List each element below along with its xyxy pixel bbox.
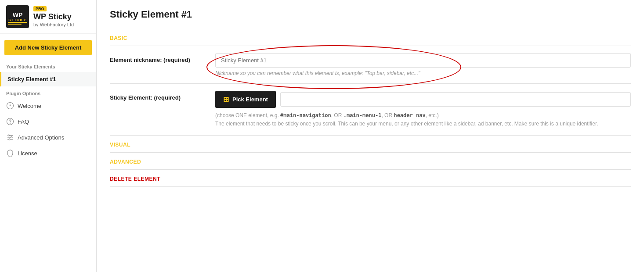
- logo-line-2: [8, 24, 22, 25]
- sliders-icon: [6, 133, 14, 141]
- svg-point-10: [9, 139, 10, 140]
- logo-line-1: [8, 22, 27, 23]
- advanced-options-label: Advanced Options: [18, 134, 64, 141]
- logo-area: WPSTICKY PRO WP Sticky by WebFactory Ltd: [0, 0, 96, 34]
- nickname-control: Nickname so you can remember what this e…: [215, 53, 631, 76]
- your-elements-label: Your Sticky Elements: [0, 61, 96, 72]
- nickname-row: Element nickname: (required) Nickname so…: [110, 46, 631, 83]
- pro-badge: PRO: [33, 6, 47, 11]
- plugin-options-label: Plugin Options: [0, 86, 96, 98]
- page-title: Sticky Element #1: [110, 9, 631, 20]
- hint-line-1: (choose ONE element, e.g. #main-navigati…: [215, 112, 439, 118]
- sidebar-item-advanced-options[interactable]: Advanced Options: [0, 129, 96, 145]
- svg-point-8: [8, 135, 10, 136]
- nickname-input[interactable]: [215, 53, 631, 68]
- sidebar-item-license[interactable]: License: [0, 145, 96, 161]
- shield-icon: [6, 149, 14, 157]
- logo-title: PRO WP Sticky by WebFactory Ltd: [33, 6, 74, 27]
- pick-button-label: Pick Element: [232, 96, 268, 103]
- license-label: License: [18, 150, 37, 157]
- logo-wp-text: WPSTICKY: [8, 11, 26, 22]
- logo-lines: [8, 22, 27, 25]
- app-name: WP Sticky: [33, 12, 74, 22]
- hint-line-2: The element that needs to be sticky once…: [215, 121, 598, 127]
- sticky-element-control: ⊞ Pick Element (choose ONE element, e.g.…: [215, 91, 631, 128]
- section-basic: BASIC: [110, 29, 631, 46]
- home-icon: [6, 102, 14, 110]
- svg-point-9: [11, 137, 12, 138]
- app-logo: WPSTICKY: [6, 5, 29, 28]
- sticky-element-row: Sticky Element: (required) ⊞ Pick Elemen…: [110, 84, 631, 135]
- section-advanced: ADVANCED: [110, 152, 631, 169]
- element-hint: (choose ONE element, e.g. #main-navigati…: [215, 111, 631, 128]
- app-by: by WebFactory Ltd: [33, 22, 74, 27]
- pick-element-button[interactable]: ⊞ Pick Element: [215, 91, 276, 108]
- sidebar-item-welcome[interactable]: Welcome: [0, 98, 96, 114]
- faq-label: FAQ: [18, 118, 29, 125]
- nickname-label: Element nickname: (required): [110, 53, 206, 63]
- pick-icon: ⊞: [223, 95, 229, 104]
- sticky-element-input[interactable]: [280, 92, 631, 107]
- question-icon: [6, 118, 14, 125]
- welcome-label: Welcome: [18, 103, 41, 109]
- sticky-element-label: Sticky Element: (required): [110, 91, 206, 101]
- svg-point-4: [10, 123, 10, 123]
- sidebar-item-faq[interactable]: FAQ: [0, 114, 96, 129]
- active-element-label: Sticky Element #1: [7, 76, 56, 82]
- section-visual: VISUAL: [110, 135, 631, 152]
- sidebar: WPSTICKY PRO WP Sticky by WebFactory Ltd…: [0, 0, 97, 272]
- pick-row: ⊞ Pick Element: [215, 91, 631, 108]
- sidebar-item-sticky-element-1[interactable]: Sticky Element #1: [0, 72, 96, 86]
- section-delete: DELETE ELEMENT: [110, 169, 631, 186]
- main-content: Sticky Element #1 BASIC Element nickname…: [97, 0, 644, 272]
- nickname-hint: Nickname so you can remember what this e…: [215, 70, 631, 76]
- svg-point-2: [10, 105, 11, 106]
- add-new-sticky-button[interactable]: Add New Sticky Element: [4, 40, 92, 55]
